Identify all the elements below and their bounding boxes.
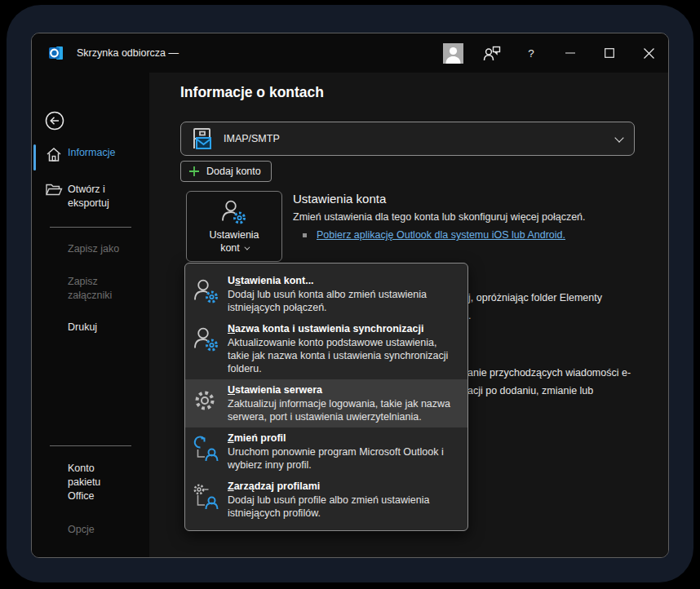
close-icon bbox=[644, 48, 654, 59]
sidebar-divider bbox=[50, 227, 131, 228]
background-text-fragment: j, opróżniając folder Elementy bbox=[468, 292, 602, 303]
account-avatar[interactable] bbox=[433, 33, 472, 73]
account-select-value: IMAP/SMTP bbox=[224, 133, 280, 144]
sidebar-item-informacje[interactable]: Informacje bbox=[32, 146, 149, 162]
menu-item-zarzadzaj-profilami[interactable]: Zarządzaj profilami Dodaj lub usuń profi… bbox=[185, 476, 467, 524]
back-arrow-icon bbox=[44, 110, 65, 131]
feedback-button[interactable] bbox=[472, 33, 512, 73]
sidebar-item-label: Zapisz jako bbox=[68, 242, 138, 256]
menu-item-description: Zaktualizuj informacje logowania, takie … bbox=[228, 397, 459, 423]
add-account-button[interactable]: Dodaj konto bbox=[180, 161, 272, 182]
outlook-app-icon bbox=[47, 44, 65, 62]
menu-item-ustawienia-serwera[interactable]: Ustawienia serwera Zaktualizuj informacj… bbox=[185, 379, 467, 427]
minimize-button[interactable] bbox=[551, 33, 590, 73]
background-text-fragment: anie przychodzących wiadomości e- bbox=[467, 367, 631, 379]
gear-icon bbox=[193, 387, 220, 414]
maximize-icon bbox=[605, 48, 614, 58]
menu-item-title: Zmień profil bbox=[228, 432, 459, 445]
gear-person-icon bbox=[193, 483, 220, 511]
mailbox-icon bbox=[189, 126, 214, 151]
section-heading: Ustawienia konta bbox=[293, 192, 386, 206]
add-account-label: Dodaj konto bbox=[206, 166, 261, 177]
sidebar-item-label: Zakończ bbox=[68, 556, 138, 558]
sidebar-divider bbox=[50, 445, 131, 446]
outlook-mobile-link[interactable]: Pobierz aplikację Outlook dla systemu iO… bbox=[317, 229, 565, 241]
section-description: Zmień ustawienia dla tego konta lub skon… bbox=[293, 211, 586, 223]
person-gear-icon bbox=[193, 326, 220, 353]
account-settings-menu: Ustawienia kont... Dodaj lub usuń konta … bbox=[184, 263, 468, 531]
menu-item-zmien-profil[interactable]: Zmień profil Uruchom ponownie program Mi… bbox=[185, 427, 467, 476]
section-bullet-row: Pobierz aplikację Outlook dla systemu iO… bbox=[303, 229, 565, 241]
sidebar-item-label: Drukuj bbox=[68, 321, 138, 334]
sidebar-item-otworz-i-eksportuj[interactable]: Otwórz i eksportuj bbox=[32, 183, 149, 210]
sidebar-item-zakoncz[interactable]: Zakończ bbox=[32, 556, 149, 558]
sidebar-item-drukuj[interactable]: Drukuj bbox=[32, 321, 149, 334]
menu-item-title: Ustawienia kont... bbox=[228, 274, 459, 288]
button-label-line1: Ustawienia bbox=[209, 229, 259, 241]
screen-background: Skrzynka odbiorcza — bbox=[0, 0, 700, 589]
folder-open-icon bbox=[45, 183, 63, 197]
backstage-sidebar: Informacje Otwórz i eksportuj Zapisz jak… bbox=[32, 73, 149, 558]
sidebar-item-label: Konto pakietu Office bbox=[68, 462, 120, 503]
chevron-down-icon bbox=[614, 133, 623, 142]
sidebar-item-label: Opcje bbox=[68, 523, 138, 537]
feedback-icon bbox=[483, 46, 501, 61]
sidebar-item-opcje: Opcje bbox=[32, 523, 149, 537]
person-gear-icon bbox=[220, 198, 248, 226]
person-gear-icon bbox=[193, 277, 220, 305]
page-title: Informacje o kontach bbox=[180, 84, 324, 101]
title-bar: Skrzynka odbiorcza — bbox=[32, 33, 668, 73]
menu-item-description: Uruchom ponownie program Microsoft Outlo… bbox=[228, 445, 459, 472]
help-icon: ? bbox=[528, 47, 534, 60]
back-button[interactable] bbox=[44, 110, 65, 131]
help-button[interactable]: ? bbox=[512, 33, 551, 73]
menu-item-nazwa-konta[interactable]: Nazwa konta i ustawienia synchronizacji … bbox=[185, 318, 467, 379]
sidebar-item-label: Otwórz i eksportuj bbox=[68, 183, 138, 210]
plus-icon bbox=[188, 165, 201, 178]
sidebar-item-zapisz-zalaczniki: Zapisz załączniki bbox=[32, 275, 149, 303]
sidebar-item-label: Zapisz załączniki bbox=[68, 275, 138, 303]
menu-item-title: Ustawienia serwera bbox=[228, 383, 459, 397]
account-settings-button[interactable]: Ustawienia kont bbox=[186, 191, 282, 262]
account-settings-button-label: Ustawienia kont bbox=[209, 228, 259, 255]
backstage-view: Informacje Otwórz i eksportuj Zapisz jak… bbox=[32, 73, 668, 558]
refresh-person-icon bbox=[193, 435, 220, 463]
menu-item-description: Dodaj lub usuń konta albo zmień ustawien… bbox=[228, 288, 459, 314]
menu-item-title: Nazwa konta i ustawienia synchronizacji bbox=[228, 322, 459, 336]
chevron-down-icon bbox=[244, 244, 250, 250]
home-icon bbox=[45, 146, 63, 162]
sidebar-item-zapisz-jako: Zapisz jako bbox=[32, 242, 149, 256]
minimize-icon bbox=[565, 48, 575, 58]
background-text-fragment: acji po dodaniu, zmianie lub bbox=[467, 385, 593, 396]
window-title: Skrzynka odbiorcza — bbox=[77, 47, 179, 59]
sidebar-item-label: Informacje bbox=[68, 146, 138, 160]
avatar-icon bbox=[443, 43, 463, 64]
bullet-icon bbox=[303, 233, 307, 237]
backstage-content: Informacje o kontach IMAP/SMTP bbox=[149, 73, 668, 558]
menu-item-description: Dodaj lub usuń profile albo zmień ustawi… bbox=[228, 494, 459, 520]
close-button[interactable] bbox=[629, 33, 668, 73]
account-select[interactable]: IMAP/SMTP bbox=[180, 122, 635, 156]
menu-item-ustawienia-kont[interactable]: Ustawienia kont... Dodaj lub usuń konta … bbox=[185, 270, 467, 318]
menu-item-title: Zarządzaj profilami bbox=[228, 480, 459, 494]
maximize-button[interactable] bbox=[590, 33, 629, 73]
background-text-fragment: . bbox=[468, 310, 471, 321]
titlebar-controls: ? bbox=[433, 33, 668, 73]
sidebar-item-konto-pakietu-office[interactable]: Konto pakietu Office bbox=[32, 462, 149, 503]
menu-item-description: Aktualizowanie konto podstawowe ustawien… bbox=[228, 336, 459, 375]
outlook-window: Skrzynka odbiorcza — bbox=[31, 33, 669, 558]
button-label-line2: kont bbox=[220, 241, 240, 255]
